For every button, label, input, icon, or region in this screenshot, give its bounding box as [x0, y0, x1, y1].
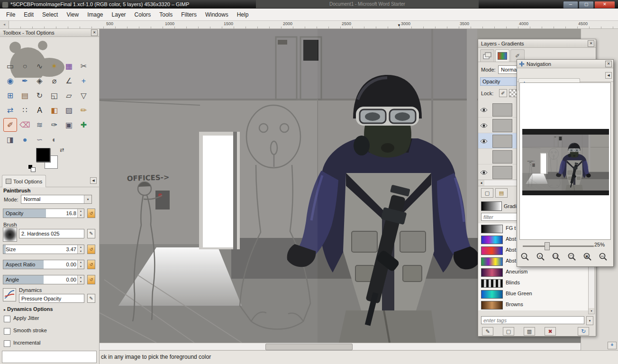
zoom-fill-button[interactable]: ▣	[582, 251, 594, 263]
menu-item[interactable]: Tools	[155, 9, 177, 20]
navigation-preview-area[interactable]	[519, 82, 611, 240]
menu-item[interactable]: Layer	[108, 9, 130, 20]
angle-slider[interactable]: Angle 0.00 ▴▾	[3, 275, 84, 284]
zoom-slider-track[interactable]	[523, 246, 594, 247]
size-slider[interactable]: Size 3.47 ▴▾	[3, 245, 84, 254]
pan-view-icon[interactable]: +	[608, 342, 617, 349]
tool-crop[interactable]: ▤	[18, 89, 32, 102]
default-colors-icon[interactable]	[28, 165, 35, 172]
folder-icon[interactable]: ▤	[495, 188, 508, 198]
background-window-title[interactable]: Document1 - Microsoft Word Starter	[256, 0, 479, 8]
tool-ellipse-select[interactable]: ○	[18, 59, 32, 73]
window-titlebar[interactable]: Document1 - Microsoft Word Starter *SCPC…	[0, 0, 618, 9]
horizontal-ruler[interactable]: ◂ ▼ 500 1000 1500 2000 2500 3000 3500 40…	[0, 21, 618, 29]
spinner[interactable]: ▴▾	[77, 275, 84, 284]
spinner[interactable]: ▴▾	[77, 260, 84, 269]
tool-fuzzy-select[interactable]: ✶	[47, 59, 61, 73]
checkbox-row[interactable]: Smooth stroke	[4, 327, 94, 339]
layer-thumbnail[interactable]	[492, 166, 512, 179]
visibility-eye-icon[interactable]	[480, 106, 488, 115]
zoom-out-button[interactable]: −	[519, 251, 531, 263]
reset-icon[interactable]: ↺	[87, 260, 95, 269]
tool-move[interactable]: +	[77, 74, 91, 88]
minimize-button[interactable]: ─	[563, 1, 578, 9]
tool-free-select[interactable]: ∿	[33, 59, 46, 73]
reset-icon[interactable]: ↺	[87, 245, 95, 254]
tool-measure[interactable]: ∠	[62, 74, 76, 88]
tags-input[interactable]	[481, 316, 584, 324]
layer-thumbnail[interactable]	[492, 150, 512, 164]
tab-gradients[interactable]	[495, 49, 509, 62]
aspect-ratio-slider[interactable]: Aspect Ratio 0.00 ▴▾	[3, 260, 84, 269]
lock-alpha-icon[interactable]	[509, 89, 517, 97]
foreground-color-swatch[interactable]	[36, 148, 50, 162]
scroll-left-icon[interactable]: ◂	[478, 180, 484, 186]
canvas-horizontal-scrollbar[interactable]	[100, 343, 581, 350]
checkbox[interactable]	[4, 328, 10, 335]
checkbox-row[interactable]: Apply Jitter	[4, 315, 94, 327]
ruler-corner[interactable]: ◂	[0, 21, 9, 28]
layers-dock-titlebar[interactable]: Layers - Gradients	[478, 39, 596, 48]
tool-perspective-clone[interactable]: ◨	[3, 133, 17, 146]
brush-preview[interactable]	[3, 228, 17, 242]
toolbox-titlebar[interactable]: Toolbox - Tool Options	[0, 28, 99, 37]
menu-item[interactable]: View	[62, 9, 83, 20]
Blinds[interactable]: Blinds	[478, 278, 588, 289]
menu-item[interactable]: Windows	[201, 9, 233, 20]
edit-dynamics-icon[interactable]: ✎	[87, 294, 95, 303]
swap-colors-icon[interactable]: ⇄	[60, 147, 64, 153]
edit-gradient-button[interactable]: ✎	[482, 327, 493, 336]
active-gradient-swatch[interactable]	[481, 201, 502, 211]
spinner[interactable]: ▴▾	[77, 245, 84, 254]
checkbox[interactable]	[4, 340, 10, 347]
zoom-in-button[interactable]: +	[535, 251, 547, 263]
layer-thumbnail[interactable]	[492, 119, 512, 132]
tool-ink[interactable]: ✑	[47, 118, 61, 132]
tool-rectangle-select[interactable]: ▭	[3, 59, 17, 73]
toolbox-close-icon[interactable]: ✕	[91, 29, 98, 36]
tool-eraser[interactable]: ⌫	[18, 118, 32, 132]
tab-tool-options[interactable]: Tool Options	[2, 175, 46, 187]
tool-blur-sharpen[interactable]: ●	[18, 133, 32, 146]
tool-foreground-select[interactable]: ◉	[3, 74, 17, 88]
navigation-titlebar[interactable]: Navigation	[517, 60, 613, 68]
tool-airbrush[interactable]: ≋	[33, 118, 46, 132]
navigation-thumbnail[interactable]	[522, 135, 609, 191]
visibility-eye-icon[interactable]	[480, 169, 488, 177]
zoom-slider-thumb[interactable]	[545, 242, 550, 250]
collapse-arrow-icon[interactable]: ◀	[90, 177, 97, 184]
Browns[interactable]: Browns	[478, 300, 588, 310]
menu-item[interactable]: Edit	[19, 9, 38, 20]
tags-dropdown-icon[interactable]: ▾	[586, 316, 593, 325]
lock-paint-icon[interactable]: ✐	[499, 89, 507, 97]
Blue Green[interactable]: Blue Green	[478, 289, 588, 300]
spinner[interactable]: ▴▾	[77, 209, 84, 218]
tool-paths[interactable]: ✒	[18, 74, 32, 88]
layers-close-icon[interactable]: ✕	[588, 40, 594, 47]
brush-name-field[interactable]	[19, 229, 84, 238]
refresh-gradients-button[interactable]: ↻	[578, 327, 589, 336]
visibility-eye-icon[interactable]	[480, 122, 488, 130]
zoom-shrink-button[interactable]: ↔	[597, 251, 609, 263]
new-gradient-button[interactable]: ▢	[503, 327, 514, 336]
tool-bucket-fill[interactable]: ◧	[47, 103, 61, 117]
menu-item[interactable]: Colors	[130, 9, 155, 20]
dynamics-field[interactable]	[19, 294, 84, 303]
close-button[interactable]: ✕	[594, 1, 615, 9]
tool-clone[interactable]: ▣	[62, 118, 76, 132]
menu-item[interactable]: Help	[233, 9, 253, 20]
opacity-slider[interactable]: Opacity 16.8 ▴▾	[3, 209, 84, 218]
tool-pencil[interactable]: ✏	[77, 103, 91, 117]
menu-item[interactable]: Image	[83, 9, 107, 20]
collapse-arrow-icon[interactable]: ◀	[605, 72, 612, 79]
chevron-down-icon[interactable]: ▾	[84, 195, 91, 203]
tab-layers[interactable]	[480, 49, 494, 62]
Aneurism[interactable]: Aneurism	[478, 267, 588, 278]
menu-item[interactable]: Filters	[177, 9, 201, 20]
scrollbar-thumb[interactable]	[265, 344, 353, 350]
delete-gradient-button[interactable]: ✖	[545, 327, 556, 336]
tool-scissors-select[interactable]: ✂	[77, 59, 91, 73]
navigation-close-icon[interactable]: ✕	[605, 61, 612, 67]
tool-paintbrush[interactable]: ✐	[3, 118, 17, 132]
tool-flip[interactable]: ⇄	[3, 103, 17, 117]
